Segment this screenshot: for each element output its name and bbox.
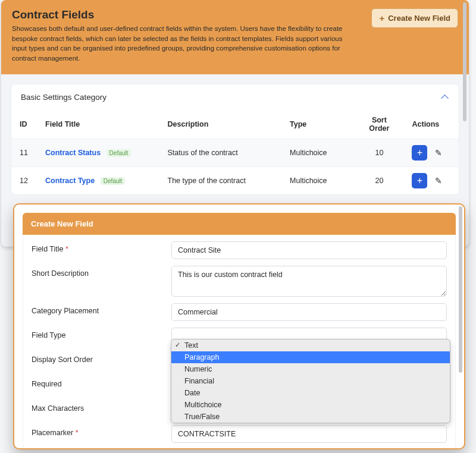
page-title: Contract Fields [12, 8, 362, 21]
create-new-field-button[interactable]: + Create New Field [371, 8, 458, 28]
field-title-input[interactable] [171, 241, 447, 259]
default-badge: Default [107, 149, 131, 157]
dropdown-option-date[interactable]: Date [171, 387, 450, 399]
dropdown-option-text[interactable]: Text [171, 339, 450, 351]
edit-button[interactable]: ✎ [432, 146, 445, 159]
display-sort-order-label: Display Sort Order [32, 352, 159, 364]
max-characters-label: Max Characters [32, 401, 159, 413]
category-card: Basic Settings Category ID Field Title D… [11, 84, 459, 195]
field-title-link[interactable]: Contract Status [45, 149, 101, 157]
field-title-label: Field Title * [32, 241, 159, 253]
dropdown-option-numeric[interactable]: Numeric [171, 363, 450, 375]
create-button-label: Create New Field [388, 14, 450, 23]
table-row: 12 Contract Type Default The type of the… [11, 166, 459, 194]
page-description: Showcases both default and user-defined … [12, 24, 345, 64]
default-badge: Default [101, 177, 126, 185]
required-label: Required [32, 376, 159, 388]
dropdown-option-financial[interactable]: Financial [171, 375, 450, 387]
dropdown-option-paragraph[interactable]: Paragraph [171, 351, 450, 363]
col-desc: Description [159, 110, 281, 139]
col-actions: Actions [403, 110, 459, 139]
category-placement-input[interactable] [171, 303, 447, 321]
add-option-button[interactable]: + [412, 145, 427, 161]
placemarker-label: Placemarker * [32, 425, 159, 437]
category-placement-label: Category Placement [32, 303, 159, 315]
modal-title: Create New Field [23, 213, 456, 235]
short-description-label: Short Description [32, 266, 159, 278]
edit-button[interactable]: ✎ [432, 174, 445, 187]
field-type-label: Field Type [32, 328, 159, 339]
col-title: Field Title [37, 110, 159, 139]
page-header: Contract Fields Showcases both default a… [1, 0, 469, 74]
field-type-dropdown[interactable]: Text Paragraph Numeric Financial Date Mu… [171, 339, 450, 423]
col-type: Type [281, 110, 355, 139]
add-option-button[interactable]: + [412, 173, 427, 188]
field-title-link[interactable]: Contract Type [45, 177, 95, 185]
category-header[interactable]: Basic Settings Category [11, 84, 459, 110]
dropdown-option-multichoice[interactable]: Multichoice [171, 399, 450, 411]
col-sort: Sort Order [355, 110, 403, 139]
plus-icon: + [379, 14, 384, 23]
scrollbar[interactable] [459, 206, 462, 446]
dropdown-option-truefalse[interactable]: True/False [171, 411, 450, 423]
short-description-input[interactable]: This is our custom contract field [171, 266, 447, 297]
fields-table: ID Field Title Description Type Sort Ord… [11, 110, 459, 194]
placemarker-input[interactable] [171, 425, 447, 443]
table-row: 11 Contract Status Default Status of the… [11, 139, 459, 166]
col-id: ID [11, 110, 37, 139]
chevron-up-icon [441, 93, 449, 101]
category-title: Basic Settings Category [21, 93, 107, 102]
